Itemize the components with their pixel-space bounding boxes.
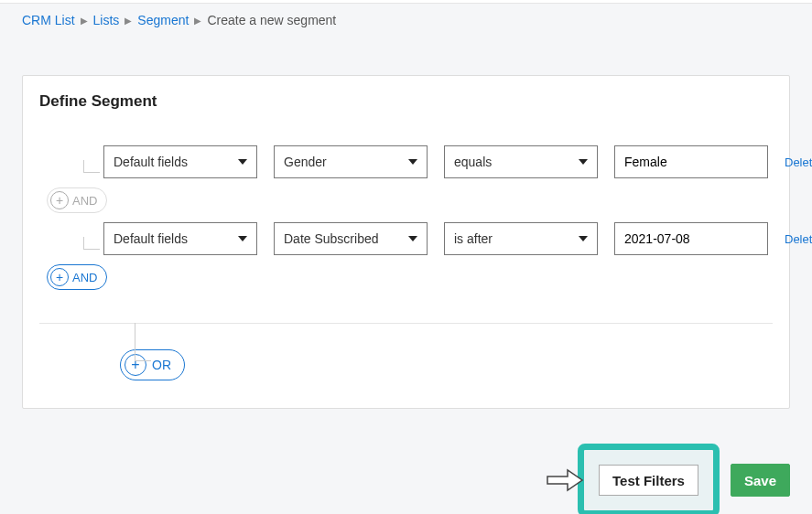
- value-input[interactable]: [614, 145, 768, 178]
- card-header: Define Segment: [23, 76, 789, 111]
- chevron-right-icon: ▶: [125, 16, 132, 26]
- field-group-value: Default fields: [114, 155, 188, 169]
- field-select[interactable]: Date Subscribed: [274, 222, 428, 255]
- or-section: + OR: [39, 323, 773, 401]
- footer-actions: Test Filters Save: [0, 409, 812, 514]
- caret-down-icon: [238, 236, 247, 241]
- caret-down-icon: [579, 236, 588, 241]
- caret-down-icon: [408, 236, 417, 241]
- arrow-right-icon: [544, 467, 584, 493]
- and-label: AND: [72, 271, 97, 284]
- operator-value: equals: [454, 155, 492, 169]
- breadcrumb-lists[interactable]: Lists: [93, 13, 120, 27]
- callout-highlight: Test Filters: [578, 444, 720, 514]
- field-group-select[interactable]: Default fields: [103, 145, 257, 178]
- breadcrumb-segment[interactable]: Segment: [137, 13, 189, 27]
- chevron-right-icon: ▶: [194, 16, 201, 26]
- or-label: OR: [152, 358, 171, 372]
- caret-down-icon: [579, 159, 588, 165]
- plus-icon: +: [50, 191, 69, 209]
- delete-rule-link[interactable]: Delete: [785, 155, 812, 169]
- rule-row: Default fields Gender equals Delete: [103, 145, 773, 178]
- test-filters-button[interactable]: Test Filters: [599, 465, 698, 496]
- value-input[interactable]: [614, 222, 768, 255]
- operator-select[interactable]: equals: [444, 145, 598, 178]
- and-joiner-disabled: + AND: [47, 187, 107, 213]
- connector-line: [83, 237, 100, 250]
- save-button[interactable]: Save: [731, 464, 790, 497]
- field-group-value: Default fields: [114, 231, 188, 246]
- field-select[interactable]: Gender: [274, 145, 428, 178]
- and-label: AND: [72, 194, 97, 208]
- delete-rule-link[interactable]: Delete: [785, 232, 812, 246]
- connector-line: [135, 323, 151, 361]
- card-body: Default fields Gender equals Delete + AN…: [23, 111, 789, 408]
- add-or-condition-button[interactable]: + OR: [120, 349, 185, 380]
- plus-icon: +: [50, 268, 69, 286]
- breadcrumb: CRM List ▶ Lists ▶ Segment ▶ Create a ne…: [0, 4, 812, 37]
- operator-select[interactable]: is after: [444, 222, 598, 255]
- caret-down-icon: [408, 159, 417, 165]
- chevron-right-icon: ▶: [81, 16, 88, 26]
- rule-row: Default fields Date Subscribed is after …: [103, 222, 773, 255]
- operator-value: is after: [454, 231, 493, 246]
- breadcrumb-current: Create a new segment: [207, 13, 336, 27]
- breadcrumb-crm-list[interactable]: CRM List: [22, 13, 75, 27]
- svg-marker-0: [547, 470, 582, 490]
- caret-down-icon: [238, 159, 247, 165]
- card-title: Define Segment: [39, 92, 773, 111]
- connector-line: [83, 160, 100, 173]
- field-value: Gender: [284, 155, 327, 169]
- add-and-condition-button[interactable]: + AND: [47, 264, 107, 290]
- segment-card: Define Segment Default fields Gender equ…: [22, 75, 790, 409]
- field-group-select[interactable]: Default fields: [103, 222, 257, 255]
- field-value: Date Subscribed: [284, 231, 379, 246]
